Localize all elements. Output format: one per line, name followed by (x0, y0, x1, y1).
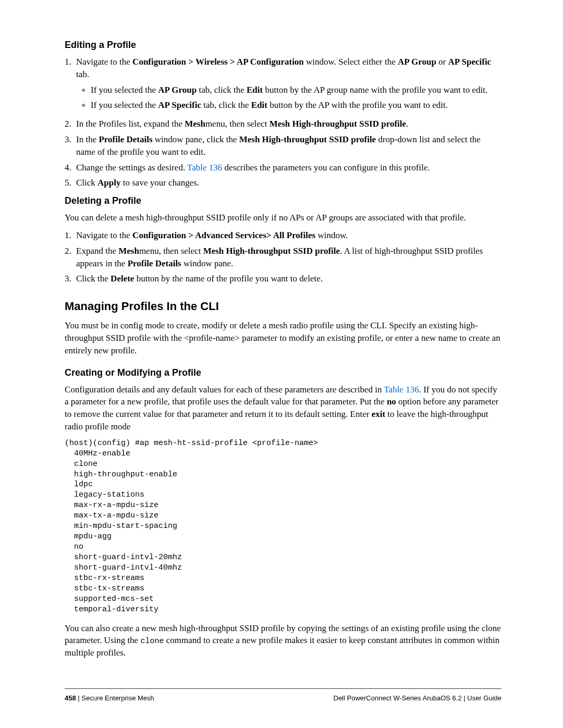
list-item: 1. Navigate to the Configuration > Advan… (65, 229, 501, 242)
list-item: 2. In the Profiles list, expand the Mesh… (65, 118, 501, 130)
heading-deleting-profile: Deleting a Profile (65, 195, 501, 206)
step-number: 4. (65, 162, 76, 174)
table-link[interactable]: Table 136 (384, 385, 419, 394)
deleting-intro: You can delete a mesh high-throughput SS… (65, 212, 501, 224)
footer-divider (65, 688, 501, 689)
bullet-icon: ● (76, 84, 91, 96)
list-item: 4. Change the settings as desired. Table… (65, 162, 501, 174)
footer-right: Dell PowerConnect W-Series ArubaOS 6.2 |… (334, 694, 502, 702)
bullet-icon: ● (76, 99, 91, 112)
table-link[interactable]: Table 136 (187, 163, 222, 172)
page-content: Editing a Profile 1. Navigate to the Con… (0, 0, 563, 659)
heading-managing-cli: Managing Profiles In the CLI (65, 300, 501, 313)
list-item: ● If you selected the AP Specific tab, c… (76, 99, 501, 112)
step-number: 1. (65, 229, 76, 242)
cli-code-block: (host)(config) #ap mesh-ht-ssid-profile … (65, 438, 501, 615)
step-number: 3. (65, 273, 76, 285)
editing-steps: 1. Navigate to the Configuration > Wirel… (65, 56, 501, 189)
creating-intro: Configuration details and any default va… (65, 384, 501, 433)
list-item: ● If you selected the AP Group tab, clic… (76, 84, 501, 96)
heading-creating-modifying: Creating or Modifying a Profile (65, 367, 501, 378)
step-number: 5. (65, 177, 76, 189)
managing-intro: You must be in config mode to create, mo… (65, 319, 501, 356)
step-content: Navigate to the Configuration > Wireless… (76, 56, 501, 115)
list-item: 2. Expand the Meshmenu, then select Mesh… (65, 245, 501, 270)
chapter-name: Secure Enterprise Mesh (81, 694, 154, 702)
step-number: 2. (65, 118, 76, 130)
list-item: 3. Click the Delete button by the name o… (65, 273, 501, 285)
page-number: 458 (65, 694, 76, 702)
footer-left: 458 | Secure Enterprise Mesh (65, 694, 154, 702)
inline-code: clone (140, 637, 164, 646)
list-item: 3. In the Profile Details window pane, c… (65, 133, 501, 158)
step-number: 2. (65, 245, 76, 270)
list-item: 5. Click Apply to save your changes. (65, 177, 501, 189)
creating-outro: You can also create a new mesh high-thro… (65, 622, 501, 660)
page-footer: 458 | Secure Enterprise Mesh Dell PowerC… (0, 688, 563, 702)
list-item: 1. Navigate to the Configuration > Wirel… (65, 56, 501, 115)
sub-list: ● If you selected the AP Group tab, clic… (76, 84, 501, 112)
deleting-steps: 1. Navigate to the Configuration > Advan… (65, 229, 501, 285)
step-number: 1. (65, 56, 76, 115)
heading-editing-profile: Editing a Profile (65, 40, 501, 51)
step-number: 3. (65, 133, 76, 158)
